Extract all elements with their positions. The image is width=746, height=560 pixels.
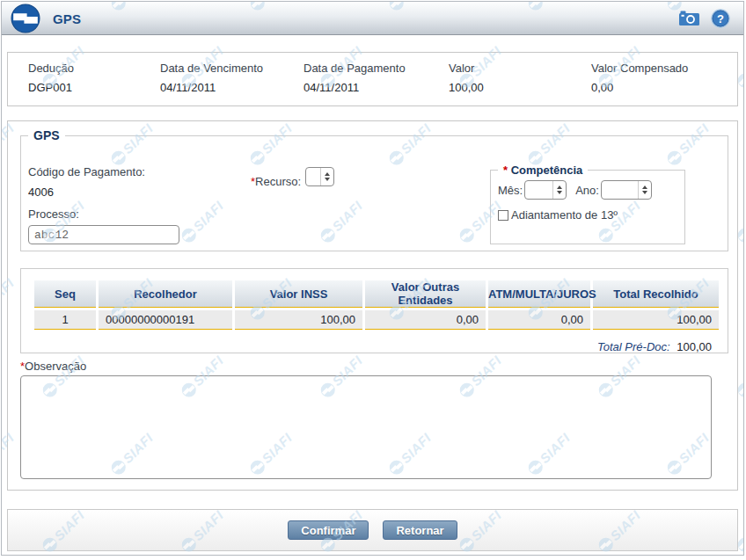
processo-label: Processo: <box>28 207 79 221</box>
document-summary: Dedução DGP001 Data de Vencimento 04/11/… <box>7 52 738 106</box>
cell-valor-inss: 100,00 <box>235 310 362 330</box>
siafi-logo <box>11 4 40 37</box>
col-header-atm: ATM/MULTA/JUROS <box>488 280 590 308</box>
ano-select-value <box>602 181 638 199</box>
summary-field-deducao: Dedução DGP001 <box>28 62 160 105</box>
stepper-up-icon <box>325 172 330 176</box>
field-label: Data de Pagamento <box>304 62 449 75</box>
processo-input[interactable] <box>28 225 179 244</box>
gps-fieldset: GPS Código de Pagamento: 4006 *Recurso: … <box>20 128 728 251</box>
ano-label: Ano: <box>575 184 599 197</box>
table-header-row: Seq Recolhedor Valor INSS Valor Outras E… <box>34 280 719 308</box>
field-label: Valor <box>449 62 591 75</box>
summary-field-compensado: Valor Compensado 0,00 <box>591 62 688 105</box>
field-label: Valor Compensado <box>591 62 688 75</box>
recurso-select-value <box>306 168 320 185</box>
adiantamento-row: Adiantamento de 13º <box>491 200 684 222</box>
codigo-pagamento-field: Código de Pagamento: 4006 <box>28 164 145 199</box>
header-bar: GPS ? <box>2 2 743 35</box>
total-pre-doc-value: 100,00 <box>677 340 712 353</box>
field-value: 04/11/2011 <box>304 81 449 94</box>
stepper-down-icon <box>325 178 330 181</box>
cell-recolhedor: 00000000000191 <box>99 310 232 330</box>
col-header-valor-inss: Valor INSS <box>235 280 362 308</box>
stepper-down-icon <box>642 191 647 194</box>
adiantamento-checkbox[interactable] <box>498 210 508 221</box>
summary-field-vencimento: Data de Vencimento 04/11/2011 <box>160 62 304 105</box>
codigo-pagamento-value: 4006 <box>28 185 145 199</box>
stepper-up-icon <box>642 185 647 189</box>
col-header-recolhedor: Recolhedor <box>99 280 232 308</box>
col-header-seq: Seq <box>34 280 96 308</box>
field-value: 100,00 <box>449 81 591 94</box>
observacao-label-row: *Observação <box>20 360 86 373</box>
total-pre-doc: Total Pré-Doc: 100,00 <box>32 340 717 353</box>
recurso-field: *Recurso: <box>251 164 334 189</box>
gps-page: GPS ? Dedução DGP001 Data de Vencimento … <box>1 1 744 556</box>
action-bar: Confirmar Retornar <box>7 509 738 551</box>
field-value: DGP001 <box>28 81 160 94</box>
recurso-select[interactable] <box>305 167 334 186</box>
field-label: Dedução <box>28 62 160 75</box>
stepper-down-icon <box>557 191 562 194</box>
summary-field-pagamento: Data de Pagamento 04/11/2011 <box>304 62 449 105</box>
field-label: Data de Vencimento <box>160 62 304 75</box>
recurso-label: Recurso: <box>255 175 301 188</box>
mes-select-value <box>525 181 552 199</box>
processo-field: Processo: <box>28 206 179 244</box>
summary-field-valor: Valor 100,00 <box>449 62 591 105</box>
observacao-label: Observação <box>25 360 86 373</box>
stepper-up-icon <box>557 185 562 189</box>
main-panel: GPS Código de Pagamento: 4006 *Recurso: … <box>7 120 738 491</box>
retornar-button[interactable]: Retornar <box>383 520 457 540</box>
ano-select[interactable] <box>601 180 652 200</box>
competencia-row: Mês: Ano: <box>491 177 684 200</box>
up-down-stepper-icon[interactable] <box>320 168 333 185</box>
up-down-stepper-icon[interactable] <box>552 181 566 199</box>
mes-label: Mês: <box>498 184 523 197</box>
cell-seq: 1 <box>34 310 96 330</box>
observacao-textarea[interactable] <box>20 375 712 479</box>
adiantamento-label: Adiantamento de 13º <box>511 208 618 222</box>
competencia-legend: * Competência <box>498 164 588 177</box>
table-row: 1 00000000000191 100,00 0,00 0,00 100,00 <box>34 310 719 330</box>
page-title: GPS <box>53 11 81 26</box>
cell-valor-outras: 0,00 <box>365 310 486 330</box>
cell-atm: 0,00 <box>488 310 590 330</box>
mes-select[interactable] <box>524 180 567 200</box>
help-icon[interactable]: ? <box>711 9 730 32</box>
col-header-total: Total Recolhido <box>593 280 719 308</box>
codigo-pagamento-label: Código de Pagamento: <box>28 165 145 178</box>
col-header-valor-outras: Valor Outras Entidades <box>365 280 486 308</box>
field-value: 04/11/2011 <box>160 81 304 94</box>
camera-icon[interactable] <box>679 11 700 30</box>
recolhedores-table: Seq Recolhedor Valor INSS Valor Outras E… <box>32 278 721 332</box>
gps-fieldset-legend: GPS <box>28 128 65 142</box>
total-pre-doc-label: Total Pré-Doc: <box>597 340 670 353</box>
competencia-fieldset: * Competência Mês: Ano: <box>490 164 685 244</box>
recolhedores-table-panel: Seq Recolhedor Valor INSS Valor Outras E… <box>20 268 728 353</box>
confirmar-button[interactable]: Confirmar <box>288 520 369 540</box>
field-value: 0,00 <box>591 81 688 94</box>
up-down-stepper-icon[interactable] <box>638 181 651 199</box>
cell-total: 100,00 <box>593 310 719 330</box>
required-marker: * <box>503 164 508 177</box>
svg-text:?: ? <box>717 12 724 25</box>
